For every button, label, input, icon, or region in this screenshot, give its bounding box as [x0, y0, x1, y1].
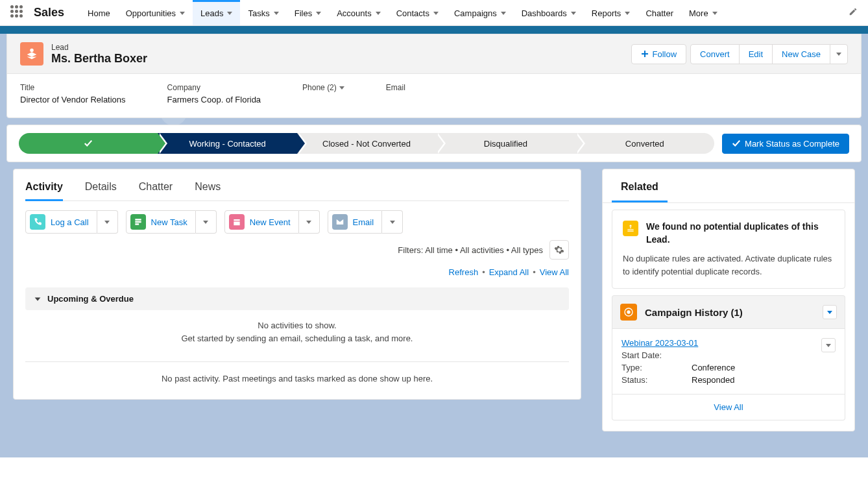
- chevron-down-icon: [180, 12, 185, 15]
- campaign-icon: [620, 304, 637, 321]
- path-bar: Working - Contacted Closed - Not Convert…: [6, 125, 862, 162]
- email-dropdown[interactable]: [382, 210, 403, 234]
- nav-item-reports[interactable]: Reports: [584, 0, 638, 25]
- nav-item-campaigns[interactable]: Campaigns: [446, 0, 514, 25]
- nav-items: Home Opportunities Leads Tasks Files Acc…: [80, 0, 725, 25]
- related-panel: Related We found no potential duplicates…: [602, 169, 855, 431]
- global-nav: Sales Home Opportunities Leads Tasks Fil…: [0, 0, 868, 26]
- chevron-down-icon: [625, 12, 630, 15]
- chevron-down-icon: [306, 221, 311, 224]
- task-icon: [130, 214, 146, 230]
- event-icon: [229, 214, 245, 230]
- chevron-down-icon: [316, 12, 321, 15]
- nav-item-opportunities[interactable]: Opportunities: [118, 0, 193, 25]
- chevron-down-icon: [571, 12, 576, 15]
- chevron-down-icon: [339, 86, 344, 90]
- chevron-down-icon: [433, 12, 439, 15]
- nav-item-leads[interactable]: Leads: [193, 0, 240, 25]
- activity-panel: Activity Details Chatter News Log a Call: [13, 169, 581, 400]
- nav-item-dashboards[interactable]: Dashboards: [514, 0, 584, 25]
- path-stage-closed-not-converted[interactable]: Closed - Not Converted: [297, 133, 436, 154]
- chevron-down-icon: [104, 221, 110, 224]
- svg-point-2: [627, 311, 630, 314]
- nav-item-more[interactable]: More: [681, 0, 725, 25]
- field-phone[interactable]: Phone (2): [302, 83, 344, 104]
- gear-icon: [554, 245, 564, 255]
- more-actions-button[interactable]: [830, 44, 848, 64]
- campaign-start-date-label: Start Date:: [621, 350, 692, 360]
- tab-news[interactable]: News: [195, 169, 221, 200]
- lead-icon: [20, 42, 43, 66]
- log-a-call-dropdown[interactable]: [97, 210, 118, 234]
- campaign-item-menu[interactable]: [821, 338, 836, 352]
- field-email: Email: [386, 83, 405, 104]
- app-launcher-icon[interactable]: [10, 5, 26, 21]
- path-stages: Working - Contacted Closed - Not Convert…: [19, 133, 714, 154]
- email-icon: [332, 214, 348, 230]
- new-case-button[interactable]: New Case: [772, 44, 830, 64]
- path-stage-working-contacted[interactable]: Working - Contacted: [158, 133, 296, 154]
- campaign-status-label: Status:: [621, 375, 692, 385]
- no-activities-message: No activities to show. Get started by se…: [25, 319, 569, 345]
- new-task-dropdown[interactable]: [196, 210, 217, 234]
- field-company: Company Farmers Coop. of Florida: [167, 83, 261, 104]
- chevron-down-icon: [33, 295, 42, 304]
- app-name: Sales: [34, 6, 64, 19]
- nav-item-files[interactable]: Files: [287, 0, 329, 25]
- plus-icon: [641, 50, 649, 58]
- chevron-down-icon: [836, 53, 841, 56]
- nav-item-tasks[interactable]: Tasks: [240, 0, 286, 25]
- chevron-down-icon: [203, 221, 208, 224]
- tab-details[interactable]: Details: [85, 169, 117, 200]
- call-icon: [30, 214, 45, 230]
- field-title: Title Director of Vendor Relations: [20, 83, 126, 104]
- object-label: Lead: [51, 43, 147, 52]
- campaign-history-menu[interactable]: [823, 305, 837, 319]
- new-task-button[interactable]: New Task: [126, 210, 196, 234]
- page-background: Lead Ms. Bertha Boxer Follow Convert Edi…: [0, 26, 868, 457]
- nav-item-contacts[interactable]: Contacts: [389, 0, 446, 25]
- edit-button[interactable]: Edit: [739, 44, 773, 64]
- path-stage-converted[interactable]: Converted: [575, 133, 714, 154]
- follow-button[interactable]: Follow: [631, 44, 687, 64]
- tab-activity[interactable]: Activity: [25, 169, 63, 200]
- email-button[interactable]: Email: [328, 210, 383, 234]
- record-tabs: Activity Details Chatter News: [25, 169, 569, 201]
- chevron-down-icon: [712, 12, 717, 15]
- duplicates-body: No duplicate rules are activated. Activa…: [612, 252, 845, 288]
- convert-button[interactable]: Convert: [690, 44, 740, 64]
- campaign-status-value: Responded: [692, 375, 735, 385]
- refresh-link[interactable]: Refresh: [449, 267, 479, 277]
- expand-all-link[interactable]: Expand All: [489, 267, 529, 277]
- chevron-down-icon: [376, 12, 381, 15]
- filter-summary: Filters: All time • All activities • All…: [398, 245, 543, 255]
- new-event-dropdown[interactable]: [299, 210, 320, 234]
- campaign-type-value: Conference: [692, 363, 735, 372]
- edit-nav-button[interactable]: [843, 2, 863, 23]
- mark-complete-button[interactable]: Mark Status as Complete: [722, 134, 849, 154]
- divider: [25, 361, 569, 362]
- new-event-button[interactable]: New Event: [224, 210, 299, 234]
- record-name: Ms. Bertha Boxer: [51, 52, 147, 66]
- duplicates-card: We found no potential duplicates of this…: [612, 210, 845, 289]
- path-stage-complete[interactable]: [19, 133, 158, 154]
- log-a-call-button[interactable]: Log a Call: [25, 210, 97, 234]
- activity-settings-button[interactable]: [549, 240, 569, 260]
- pencil-icon: [849, 7, 858, 16]
- nav-item-accounts[interactable]: Accounts: [329, 0, 388, 25]
- duplicates-title: We found no potential duplicates of this…: [646, 221, 834, 246]
- upcoming-overdue-section[interactable]: Upcoming & Overdue: [25, 287, 569, 310]
- nav-item-home[interactable]: Home: [80, 0, 118, 25]
- nav-item-chatter[interactable]: Chatter: [638, 0, 681, 25]
- campaign-link[interactable]: Webinar 2023-03-01: [621, 338, 698, 348]
- record-header: Lead Ms. Bertha Boxer Follow Convert Edi…: [6, 34, 862, 118]
- tab-chatter[interactable]: Chatter: [139, 169, 173, 200]
- activity-actions: Log a Call New Task: [25, 210, 569, 234]
- chevron-down-icon: [827, 311, 832, 314]
- path-stage-disqualified[interactable]: Disqualified: [436, 133, 575, 154]
- chevron-down-icon: [826, 344, 831, 347]
- chevron-down-icon: [274, 12, 279, 15]
- view-all-link[interactable]: View All: [540, 267, 569, 277]
- campaign-view-all[interactable]: View All: [612, 395, 845, 420]
- svg-point-0: [30, 49, 34, 53]
